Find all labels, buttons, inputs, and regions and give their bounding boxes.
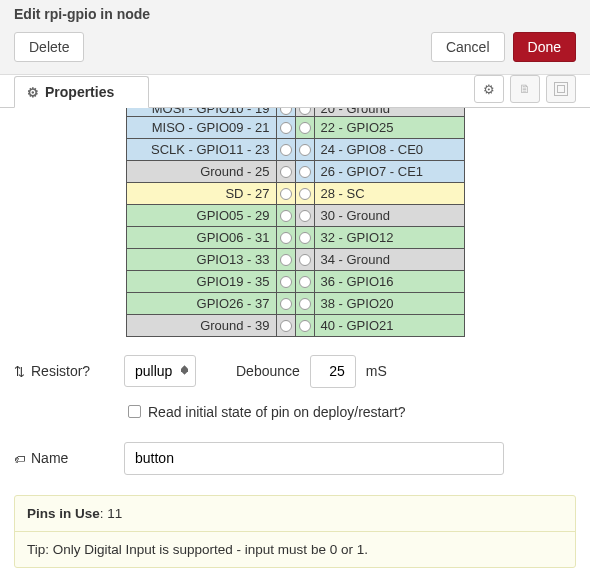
name-label-text: Name <box>31 450 68 466</box>
resistor-row: Resistor? pullup Debounce mS <box>14 355 576 388</box>
pin-left-radio[interactable] <box>276 138 295 160</box>
pin-right-label: 30 - Ground <box>314 204 464 226</box>
gear-icon <box>483 81 495 97</box>
pin-right-radio[interactable] <box>295 182 314 204</box>
radio-icon <box>280 122 292 134</box>
pin-right-label: 38 - GPIO20 <box>314 292 464 314</box>
done-button[interactable]: Done <box>513 32 576 62</box>
pin-right-label: 40 - GPIO21 <box>314 314 464 336</box>
pin-right-radio[interactable] <box>295 270 314 292</box>
radio-icon <box>280 144 292 156</box>
radio-icon <box>280 320 292 332</box>
name-row: Name <box>14 442 576 475</box>
radio-icon <box>299 108 311 115</box>
pin-left-label: MOSI - GPIO10 - 19 <box>126 108 276 116</box>
pin-left-radio[interactable] <box>276 160 295 182</box>
tip-line: Tip: Only Digital Input is supported - i… <box>15 532 575 567</box>
pin-right-radio[interactable] <box>295 292 314 314</box>
pin-left-label: GPIO26 - 37 <box>126 292 276 314</box>
tag-icon <box>14 450 25 466</box>
pin-right-label: 20 - Ground <box>314 108 464 116</box>
read-initial-checkbox[interactable] <box>128 405 141 418</box>
pin-right-radio[interactable] <box>295 108 314 116</box>
pin-left-label: SD - 27 <box>126 182 276 204</box>
name-label: Name <box>14 450 114 466</box>
radio-icon <box>299 210 311 222</box>
radio-icon <box>280 254 292 266</box>
delete-button[interactable]: Delete <box>14 32 84 62</box>
pin-right-label: 26 - GPIO7 - CE1 <box>314 160 464 182</box>
radio-icon <box>299 144 311 156</box>
radio-icon <box>299 188 311 200</box>
resistor-select[interactable]: pullup <box>124 355 196 387</box>
pin-left-label: SCLK - GPIO11 - 23 <box>126 138 276 160</box>
pin-left-label: GPIO06 - 31 <box>126 226 276 248</box>
pin-right-label: 22 - GPIO25 <box>314 116 464 138</box>
name-input[interactable] <box>124 442 504 475</box>
radio-icon <box>280 188 292 200</box>
settings-tool-button[interactable] <box>474 75 504 103</box>
debounce-unit: mS <box>366 363 387 379</box>
pin-right-label: 28 - SC <box>314 182 464 204</box>
pin-left-label: MISO - GPIO09 - 21 <box>126 116 276 138</box>
pin-left-radio[interactable] <box>276 226 295 248</box>
cancel-button[interactable]: Cancel <box>431 32 505 62</box>
pin-right-label: 36 - GPIO16 <box>314 270 464 292</box>
dialog-title: Edit rpi-gpio in node <box>14 6 576 22</box>
pins-in-use-label: Pins in Use <box>27 506 100 521</box>
radio-icon <box>280 210 292 222</box>
radio-icon <box>299 232 311 244</box>
header-right-buttons: Cancel Done <box>431 32 576 62</box>
read-initial-row: Read initial state of pin on deploy/rest… <box>128 404 576 420</box>
radio-icon <box>280 232 292 244</box>
pin-left-radio[interactable] <box>276 116 295 138</box>
header-button-row: Delete Cancel Done <box>14 32 576 62</box>
content-area: MOSI - GPIO10 - 1920 - GroundMISO - GPIO… <box>0 108 590 571</box>
pin-left-label: GPIO19 - 35 <box>126 270 276 292</box>
expand-tool-button[interactable] <box>546 75 576 103</box>
tab-properties-label: Properties <box>45 84 114 100</box>
radio-icon <box>299 276 311 288</box>
radio-icon <box>280 108 292 115</box>
pin-left-label: GPIO13 - 33 <box>126 248 276 270</box>
pin-right-radio[interactable] <box>295 116 314 138</box>
pin-left-radio[interactable] <box>276 182 295 204</box>
pin-left-label: GPIO05 - 29 <box>126 204 276 226</box>
pin-left-radio[interactable] <box>276 292 295 314</box>
resistor-label-text: Resistor? <box>31 363 90 379</box>
pin-left-radio[interactable] <box>276 204 295 226</box>
doc-tool-button[interactable]: 🗎 <box>510 75 540 103</box>
radio-icon <box>299 320 311 332</box>
pin-right-radio[interactable] <box>295 138 314 160</box>
pin-right-radio[interactable] <box>295 248 314 270</box>
pin-right-radio[interactable] <box>295 204 314 226</box>
debounce-input[interactable] <box>310 355 356 388</box>
pins-in-use-line: Pins in Use: 11 <box>15 496 575 532</box>
tabs-row: Properties 🗎 <box>0 75 590 108</box>
tab-properties[interactable]: Properties <box>14 76 149 108</box>
pin-table: MOSI - GPIO10 - 1920 - GroundMISO - GPIO… <box>126 108 465 337</box>
square-icon <box>554 82 568 96</box>
info-box: Pins in Use: 11 Tip: Only Digital Input … <box>14 495 576 568</box>
resistor-label: Resistor? <box>14 363 114 379</box>
pin-left-label: Ground - 25 <box>126 160 276 182</box>
pin-table-wrap: MOSI - GPIO10 - 1920 - GroundMISO - GPIO… <box>14 108 576 337</box>
radio-icon <box>280 276 292 288</box>
pin-right-radio[interactable] <box>295 160 314 182</box>
radio-icon <box>280 166 292 178</box>
pin-left-radio[interactable] <box>276 270 295 292</box>
debounce-label: Debounce <box>236 363 300 379</box>
radio-icon <box>299 122 311 134</box>
pin-right-radio[interactable] <box>295 314 314 336</box>
gear-icon <box>27 84 39 100</box>
pin-right-radio[interactable] <box>295 226 314 248</box>
pin-left-radio[interactable] <box>276 248 295 270</box>
tab-tools: 🗎 <box>474 75 576 107</box>
pin-left-radio[interactable] <box>276 314 295 336</box>
pin-right-label: 34 - Ground <box>314 248 464 270</box>
radio-icon <box>299 254 311 266</box>
book-icon: 🗎 <box>519 82 531 96</box>
pin-right-label: 24 - GPIO8 - CE0 <box>314 138 464 160</box>
radio-icon <box>280 298 292 310</box>
pin-left-radio[interactable] <box>276 108 295 116</box>
